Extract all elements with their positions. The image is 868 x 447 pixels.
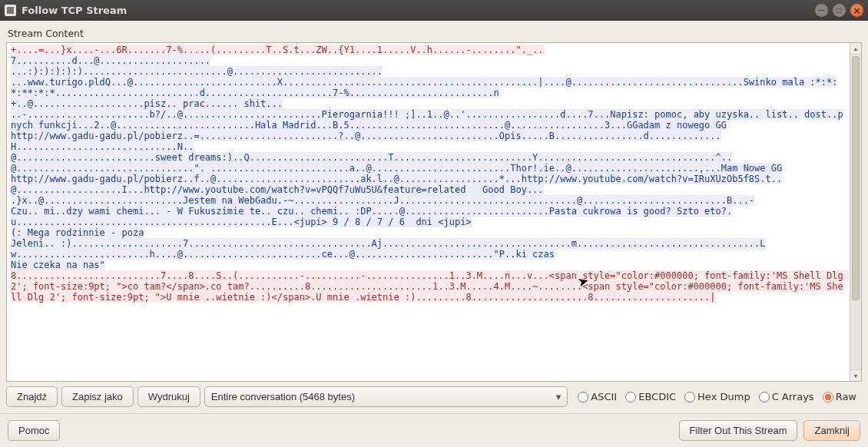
dialog-body: Stream Content +....=...}x....-...6R....…: [0, 21, 868, 413]
radio-raw-input[interactable]: [823, 392, 833, 402]
save-as-button[interactable]: Zapisz jako: [61, 386, 134, 407]
close-button[interactable]: Zamknij: [803, 420, 860, 441]
radio-hexdump-input[interactable]: [684, 392, 695, 402]
minimize-button[interactable]: [815, 4, 828, 17]
radio-ascii-input[interactable]: [578, 392, 588, 402]
filter-out-button[interactable]: Filter Out This Stream: [679, 420, 798, 441]
stream-content-box: +....=...}x....-...6R.......7-%.....(...…: [6, 42, 862, 382]
scroll-up-arrow[interactable]: ▴: [850, 43, 861, 55]
radio-carrays[interactable]: C Arrays: [759, 391, 814, 402]
conversation-combo-wrap: Entire conversation (5468 bytes): [204, 386, 568, 407]
window-title: Follow TCP Stream: [22, 5, 815, 16]
dialog-footer: Pomoc Filter Out This Stream Zamknij: [0, 413, 868, 447]
close-window-button[interactable]: [850, 4, 863, 17]
print-button[interactable]: Wydrukuj: [137, 386, 200, 407]
scroll-thumb[interactable]: [852, 56, 860, 300]
radio-ebcdic[interactable]: EBCDIC: [625, 391, 676, 402]
radio-hexdump[interactable]: Hex Dump: [684, 391, 750, 402]
radio-ascii[interactable]: ASCII: [578, 391, 617, 402]
titlebar: Follow TCP Stream: [0, 0, 868, 21]
help-button[interactable]: Pomoc: [8, 420, 60, 441]
radio-ebcdic-input[interactable]: [625, 392, 636, 402]
radio-raw[interactable]: Raw: [823, 391, 856, 402]
scroll-down-arrow[interactable]: ▾: [850, 369, 861, 381]
maximize-button[interactable]: [833, 4, 846, 17]
radio-carrays-input[interactable]: [759, 392, 770, 402]
find-button[interactable]: Znajdź: [6, 386, 58, 407]
window-controls: [815, 4, 863, 17]
format-radio-group: ASCII EBCDIC Hex Dump C Arrays Raw: [578, 391, 862, 402]
stream-text[interactable]: +....=...}x....-...6R.......7-%.....(...…: [7, 43, 850, 381]
scrollbar[interactable]: ▴ ▾: [850, 43, 861, 381]
app-icon: [5, 5, 16, 16]
conversation-select[interactable]: Entire conversation (5468 bytes): [204, 386, 568, 407]
toolbar-row: Znajdź Zapisz jako Wydrukuj Entire conve…: [6, 386, 862, 407]
stream-group-label: Stream Content: [8, 28, 862, 39]
